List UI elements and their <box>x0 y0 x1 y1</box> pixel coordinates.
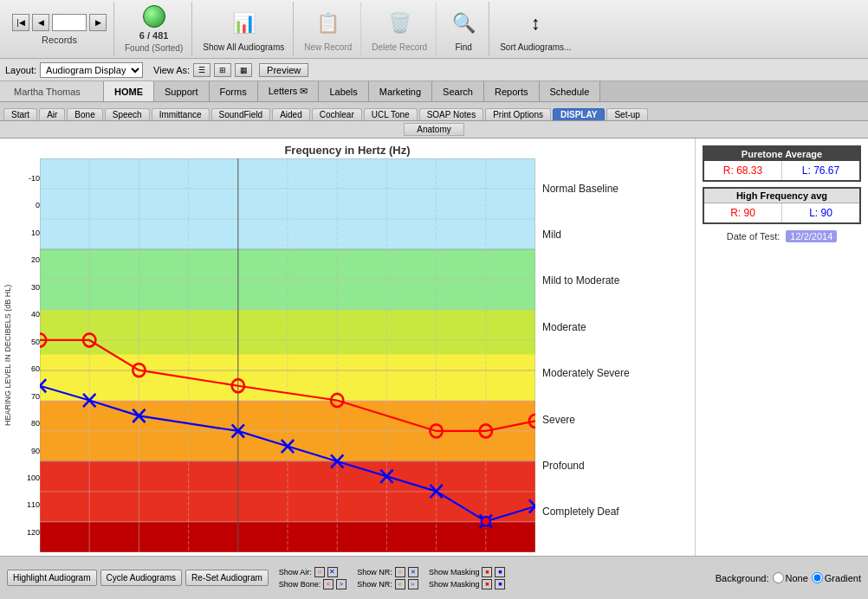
y-label-70: 70 <box>16 392 40 401</box>
y-label-20: 20 <box>16 255 40 264</box>
show-nr1-label: Show NR: <box>357 568 392 576</box>
severity-labels: Normal Baseline Mild Mild to Moderate Mo… <box>535 158 691 552</box>
sidebar: Puretone Average R: 68.33 L: 76.67 High … <box>695 138 868 556</box>
mask1-symbol-l: ■ <box>495 567 505 577</box>
sub-tab-ucl[interactable]: UCL Tone <box>364 108 418 120</box>
view-list-btn[interactable]: ☰ <box>193 63 211 77</box>
find-icon: 🔍 <box>447 7 480 40</box>
background-section: Background: None Gradient <box>716 572 861 583</box>
found-count: 6 / 481 <box>139 30 169 41</box>
preview-btn[interactable]: Preview <box>259 63 308 77</box>
show-nr2-label: Show NR: <box>357 580 392 589</box>
bone-symbol-l: ＞ <box>336 579 347 589</box>
mask2-symbol-l: ■ <box>495 579 505 589</box>
sub-tab-cochlear[interactable]: Cochlear <box>312 108 362 120</box>
find-btn[interactable]: 🔍 Find <box>438 2 489 56</box>
delete-record-icon: 🗑️ <box>383 7 416 40</box>
bg-none-radio[interactable]: None <box>773 572 808 583</box>
prev-record-btn[interactable]: ◀ <box>32 14 49 31</box>
severity-mild: Mild <box>542 229 691 241</box>
hf-box: High Frequency avg R: 90 L: 90 <box>703 187 861 224</box>
severity-normal: Normal Baseline <box>542 183 691 195</box>
next-record-btn[interactable]: ▶ <box>89 14 107 31</box>
main-content: Frequency in Hertz (Hz) HEARING LEVEL IN… <box>0 138 868 556</box>
date-value: 12/2/2014 <box>786 230 837 242</box>
chart-svg-container: 125 250 500 750 1000 1500 2000 3000 4000… <box>40 158 535 552</box>
sub-tab-speech[interactable]: Speech <box>105 108 150 120</box>
sub-tab-immittance[interactable]: Immittance <box>152 108 210 120</box>
sub-tab-aided[interactable]: Aided <box>272 108 310 120</box>
bone-symbol-r: ＜ <box>323 579 334 589</box>
cycle-audiograms-btn[interactable]: Cycle Audiograms <box>100 570 183 586</box>
show-nr2-row: Show NR: ＜ ＞ <box>357 579 418 589</box>
severity-mod-severe: Moderately Severe <box>542 367 691 379</box>
delete-record-btn[interactable]: 🗑️ Delete Record <box>363 2 437 56</box>
nr1-symbol-l: ✕ <box>408 567 418 577</box>
sub-tab-air[interactable]: Air <box>39 108 65 120</box>
show-masking2-row: Show Masking ■ ■ <box>429 579 506 589</box>
show-bone-row: Show Bone: ＜ ＞ <box>279 579 347 589</box>
y-label-100: 100 <box>16 473 40 482</box>
view-table-btn[interactable]: ▦ <box>235 63 252 77</box>
layout-select[interactable]: Audiogram Display <box>40 62 143 78</box>
sub-tab-print[interactable]: Print Options <box>485 108 551 120</box>
nav-tabs-container: HOME Support Forms Letters ✉ Labels Mark… <box>104 81 868 101</box>
sort-audiograms-btn[interactable]: ↕️ Sort Audiograms... <box>491 2 580 56</box>
found-sorted: Found (Sorted) <box>125 43 183 53</box>
show-all-audiograms-btn[interactable]: 📊 Show All Audiograms <box>194 2 294 56</box>
new-record-btn[interactable]: 📋 New Record <box>295 2 361 56</box>
app-container: |◀ ◀ 1 ▶ Records 6 / 481 Found (Sorted) … <box>0 0 868 599</box>
y-label-50: 50 <box>16 338 40 346</box>
sub-tab-soundfield[interactable]: SoundField <box>211 108 271 120</box>
pta-values: R: 68.33 L: 76.67 <box>704 161 859 180</box>
severity-profound: Profound <box>542 460 691 472</box>
sub-tab-soap[interactable]: SOAP Notes <box>419 108 484 120</box>
view-as-label: View As: <box>153 65 190 75</box>
audiogram-svg: 125 250 500 750 1000 1500 2000 3000 4000… <box>40 158 535 552</box>
status-section: 6 / 481 Found (Sorted) <box>116 2 192 56</box>
sub-tab-start[interactable]: Start <box>3 108 37 120</box>
y-label-0: 0 <box>16 201 40 209</box>
patient-nav: Martha Thomas HOME Support Forms Letters… <box>0 81 868 102</box>
nav-tab-marketing[interactable]: Marketing <box>369 81 432 101</box>
y-label-10: 10 <box>16 229 40 237</box>
sort-label: Sort Audiograms... <box>500 42 571 52</box>
sub-tab-anatomy[interactable]: Anatomy <box>404 123 463 136</box>
sort-icon: ↕️ <box>519 7 552 40</box>
date-label: Date of Test: <box>727 231 781 242</box>
nav-tab-reports[interactable]: Reports <box>484 81 540 101</box>
sub-tab-display[interactable]: DISPLAY <box>553 108 605 120</box>
show-nr-controls: Show NR: ○ ✕ Show NR: ＜ ＞ <box>357 567 418 589</box>
bg-label: Background: <box>716 573 769 583</box>
show-masking1-label: Show Masking <box>429 568 480 576</box>
air-symbol-l: ✕ <box>327 567 338 577</box>
new-record-icon: 📋 <box>312 7 345 40</box>
view-grid-btn[interactable]: ⊞ <box>214 63 231 77</box>
record-number-input[interactable]: 1 <box>52 14 87 31</box>
nr1-symbol-r: ○ <box>395 567 405 577</box>
sub-tab-setup[interactable]: Set-up <box>606 108 647 120</box>
severity-moderate: Moderate <box>542 321 691 333</box>
show-masking-controls: Show Masking ■ ■ Show Masking ■ ■ <box>429 567 506 589</box>
y-label-110: 110 <box>16 500 40 509</box>
nav-tab-labels[interactable]: Labels <box>319 81 368 101</box>
y-axis-label: HEARING LEVEL IN DECIBELS (dB HL) <box>3 158 16 552</box>
show-all-label: Show All Audiograms <box>203 42 284 52</box>
chart-title: Frequency in Hertz (Hz) <box>3 144 691 157</box>
nav-tab-home[interactable]: HOME <box>104 81 154 101</box>
highlight-audiogram-btn[interactable]: Highlight Audiogram <box>7 570 97 586</box>
bg-gradient-radio[interactable]: Gradient <box>812 572 861 583</box>
severity-severe: Severe <box>542 414 691 426</box>
nav-tab-support[interactable]: Support <box>154 81 210 101</box>
reset-audiogram-btn[interactable]: Re-Set Audiogram <box>185 570 269 586</box>
sub-tab-bone[interactable]: Bone <box>67 108 102 120</box>
nav-tab-letters[interactable]: Letters ✉ <box>258 81 320 101</box>
pta-l: L: 76.67 <box>782 161 859 180</box>
layout-label: Layout: <box>5 65 36 75</box>
nr2-symbol-l: ＞ <box>408 579 418 589</box>
nav-tab-forms[interactable]: Forms <box>210 81 258 101</box>
nav-tab-schedule[interactable]: Schedule <box>540 81 601 101</box>
nav-tab-search[interactable]: Search <box>432 81 484 101</box>
y-label-60: 60 <box>16 364 40 373</box>
first-record-btn[interactable]: |◀ <box>12 14 29 31</box>
